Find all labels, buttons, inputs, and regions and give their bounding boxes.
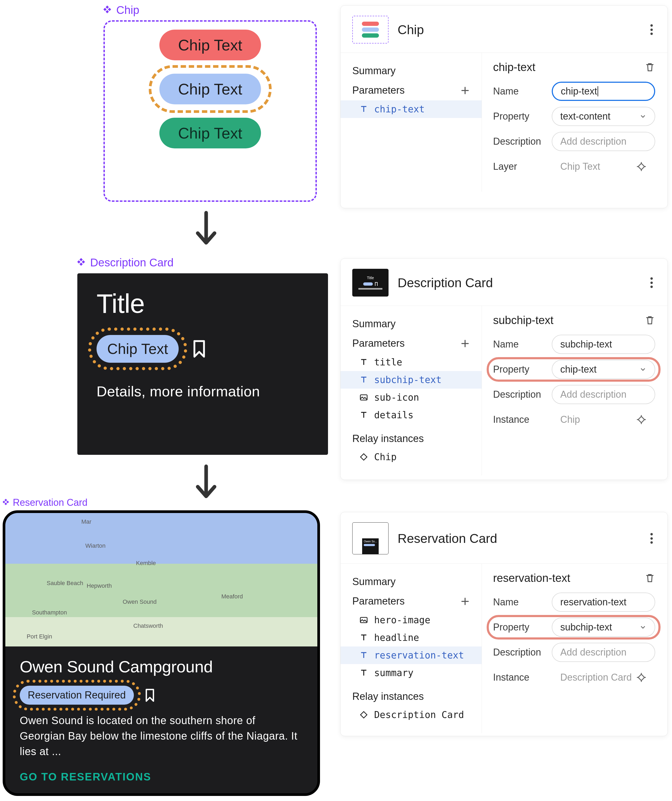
layer-value: Chip Text — [552, 157, 655, 176]
reservation-card-label: Reservation Card — [3, 497, 87, 508]
description-card-chip-wrap: Chip Text — [96, 335, 179, 363]
parameters-label: Parameters — [352, 85, 404, 96]
param-hero-image[interactable]: hero-image — [340, 611, 481, 629]
chevron-down-icon — [639, 113, 647, 120]
param-headline[interactable]: headline — [340, 629, 481, 647]
delete-button[interactable] — [645, 62, 655, 72]
instance-value: Description Card — [552, 668, 655, 687]
delete-button[interactable] — [645, 315, 655, 326]
add-parameter-button[interactable] — [460, 597, 470, 606]
selection-ring — [88, 328, 187, 370]
parameters-label: Parameters — [352, 338, 404, 349]
svg-rect-6 — [82, 260, 85, 264]
reservation-cta[interactable]: GO TO RESERVATIONS — [20, 771, 303, 783]
param-summary[interactable]: summary — [340, 664, 481, 682]
reservation-hero-map: Mar Wiarton Kemble Sauble Beach Hepworth… — [5, 513, 318, 647]
param-reservation-text[interactable]: reservation-text — [340, 647, 481, 664]
text-type-icon — [359, 105, 368, 114]
description-card-panel: Title Description Card Summary Parameter… — [340, 258, 668, 480]
panel-left: Summary Parameters chip-text — [340, 53, 482, 191]
image-type-icon — [359, 393, 368, 402]
svg-rect-9 — [3, 501, 5, 503]
relay-name: Chip — [374, 452, 396, 462]
param-title[interactable]: title — [340, 353, 481, 371]
text-type-icon — [359, 375, 368, 384]
instance-icon — [359, 710, 368, 719]
panel-title: Reservation Card — [398, 531, 636, 546]
svg-rect-12 — [638, 163, 645, 170]
summary-section[interactable]: Summary — [340, 572, 481, 591]
summary-section[interactable]: Summary — [340, 61, 481, 80]
reservation-chip-wrap: Reservation Required — [20, 686, 134, 704]
add-parameter-button[interactable] — [460, 86, 470, 95]
instance-label: Instance — [493, 414, 546, 425]
relay-name: Description Card — [374, 709, 464, 720]
reservation-card-label-text: Reservation Card — [13, 497, 87, 508]
panel-header: Title Description Card — [340, 259, 667, 306]
reservation-headline: Owen Sound Campground — [20, 657, 303, 676]
name-input[interactable]: reservation-text — [552, 592, 655, 612]
relay-description-card[interactable]: Description Card — [340, 706, 481, 724]
description-input[interactable]: Add description — [552, 643, 655, 662]
param-name: sub-icon — [374, 392, 419, 403]
form-title: chip-text — [493, 61, 536, 74]
bookmark-icon[interactable] — [144, 688, 155, 702]
description-card[interactable]: Title Chip Text Details, more informatio… — [77, 273, 328, 455]
component-icon — [77, 258, 87, 267]
chip-component-frame[interactable]: Chip Text Chip Text Chip Text — [103, 20, 317, 202]
layer-row: Layer Chip Text — [493, 157, 655, 176]
property-select[interactable]: text-content — [552, 107, 655, 126]
locate-layer-button[interactable] — [636, 161, 647, 172]
description-card-label: Description Card — [77, 256, 173, 269]
kebab-menu[interactable] — [645, 533, 656, 544]
param-name: hero-image — [374, 615, 430, 626]
chip-variant-red: Chip Text — [159, 30, 261, 60]
parameters-section: Parameters — [340, 333, 481, 353]
instance-icon — [359, 452, 368, 462]
panel-left: Summary Parameters title subchip-text su… — [340, 306, 482, 475]
svg-rect-2 — [108, 8, 111, 11]
svg-rect-5 — [77, 260, 80, 264]
chip-panel: Chip Summary Parameters chip-text chip-t… — [340, 5, 668, 208]
svg-rect-14 — [361, 454, 367, 460]
param-name: details — [374, 410, 414, 420]
kebab-menu[interactable] — [645, 24, 656, 35]
param-name: summary — [374, 668, 414, 678]
panel-title: Description Card — [398, 275, 636, 290]
name-label: Name — [493, 597, 546, 608]
param-name: headline — [374, 632, 419, 643]
text-type-icon — [359, 358, 368, 367]
locate-instance-button[interactable] — [636, 414, 647, 425]
name-row: Name reservation-text — [493, 592, 655, 612]
map-place: Chatsworth — [133, 622, 163, 629]
name-input[interactable]: subchip-text — [552, 335, 655, 354]
name-input[interactable]: chip-text — [552, 82, 655, 101]
param-chip-text[interactable]: chip-text — [340, 100, 481, 118]
panel-left: Summary Parameters hero-image headline r… — [340, 564, 482, 733]
description-input[interactable]: Add description — [552, 132, 655, 151]
description-label: Description — [493, 647, 546, 658]
component-icon — [3, 499, 10, 506]
parameters-section: Parameters — [340, 591, 481, 611]
delete-button[interactable] — [645, 573, 655, 584]
panel-header: Chip — [340, 6, 667, 53]
add-parameter-button[interactable] — [460, 339, 470, 348]
kebab-menu[interactable] — [645, 277, 656, 288]
name-row: Name chip-text — [493, 82, 655, 101]
summary-section[interactable]: Summary — [340, 314, 481, 333]
description-card-label-text: Description Card — [90, 256, 173, 269]
bookmark-icon[interactable] — [192, 339, 206, 358]
description-row: Description Add description — [493, 132, 655, 151]
panel-right: chip-text Name chip-text Property text-c… — [482, 53, 667, 191]
instance-row: Instance Description Card — [493, 668, 655, 687]
locate-instance-button[interactable] — [636, 672, 647, 683]
form-title: subchip-text — [493, 314, 553, 327]
param-sub-icon[interactable]: sub-icon — [340, 389, 481, 406]
reservation-body: Owen Sound Campground Reservation Requir… — [5, 647, 318, 796]
reservation-card[interactable]: Mar Wiarton Kemble Sauble Beach Hepworth… — [3, 510, 320, 796]
description-input[interactable]: Add description — [552, 385, 655, 404]
param-subchip-text[interactable]: subchip-text — [340, 371, 481, 389]
param-details[interactable]: details — [340, 406, 481, 424]
relay-chip[interactable]: Chip — [340, 448, 481, 466]
panel-thumbnail: Title — [352, 269, 388, 296]
